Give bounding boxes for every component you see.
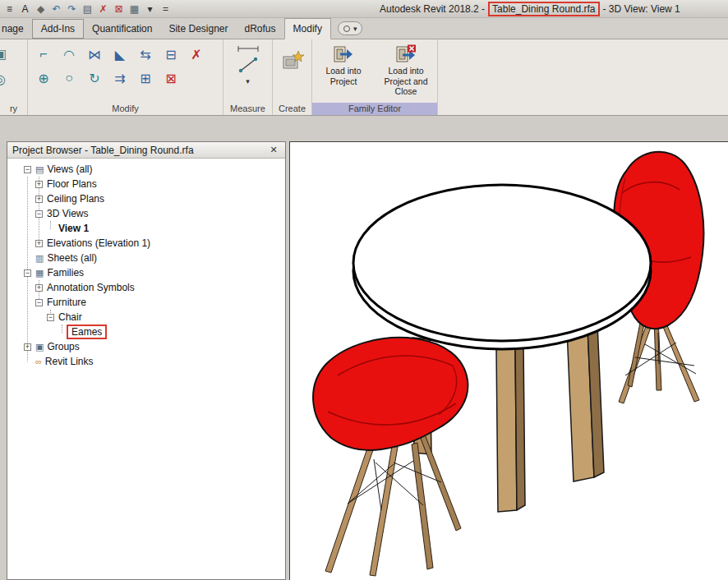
tree-item-3d-views[interactable]: −3D Views <box>7 206 285 221</box>
load-into-project-and-close-button[interactable]: Load into Project and Close <box>377 43 435 97</box>
tree-item-label: Elevations (Elevation 1) <box>47 237 150 249</box>
measure-dropdown-icon[interactable]: ▾ <box>246 77 250 85</box>
project-browser-title: Project Browser - Table_Dining Round.rfa <box>12 145 194 156</box>
title-file-name: Table_Dining Round.rfa <box>488 2 599 16</box>
rotate-icon[interactable]: ↻ <box>84 67 105 89</box>
move-icon[interactable]: ⊕ <box>33 67 54 89</box>
trim-icon[interactable]: ⇉ <box>109 67 131 89</box>
print-disabled-icon[interactable]: ⊠ <box>112 2 126 16</box>
button-label-line2: Project and Close <box>377 76 435 97</box>
tree-item-ceiling-plans[interactable]: +Ceiling Plans <box>7 191 285 206</box>
tab-add-ins[interactable]: Add-Ins <box>32 19 84 39</box>
chair-shell <box>313 338 468 450</box>
create-component-icon[interactable] <box>281 49 304 72</box>
load-into-project-icon <box>333 44 354 64</box>
create-panel-label: Create <box>273 103 311 115</box>
expander-minus-icon[interactable]: − <box>24 166 31 173</box>
project-browser-header[interactable]: Project Browser - Table_Dining Round.rfa… <box>7 142 285 159</box>
autodesk-logo-icon[interactable]: A <box>18 2 32 16</box>
scale-lock-icon[interactable]: ⊠ <box>160 67 182 89</box>
tab-modify[interactable]: Modify <box>284 18 331 39</box>
tree-item-label: Families <box>47 267 84 278</box>
swap-icon[interactable]: ⇆ <box>135 44 156 65</box>
expander-minus-icon[interactable]: − <box>47 314 54 321</box>
tree-item-label: Revit Links <box>45 356 94 367</box>
expander-plus-icon[interactable]: + <box>35 181 43 188</box>
browser-tree: −▤Views (all)+Floor Plans+Ceiling Plans−… <box>7 159 285 579</box>
pin-icon[interactable]: ⊞ <box>135 67 156 89</box>
tree-item-annotation-symbols[interactable]: +Annotation Symbols <box>7 280 285 295</box>
tree-item-furniture[interactable]: −Furniture <box>7 295 285 310</box>
tree-item-label: Groups <box>47 341 79 352</box>
tree-item-revit-links[interactable]: ∞Revit Links <box>7 354 285 369</box>
expander-plus-icon[interactable]: + <box>24 343 31 351</box>
sheet-list-icon[interactable]: ▤ <box>81 2 94 16</box>
close-icon[interactable]: ✕ <box>267 145 280 155</box>
mirror-icon[interactable]: ⋈ <box>84 44 105 65</box>
button-label-line1: Load into <box>325 66 361 76</box>
measure-panel-label: Measure <box>223 103 272 115</box>
tab-site-designer[interactable]: Site Designer <box>160 19 236 39</box>
tree-item-sheets-all[interactable]: ▥Sheets (all) <box>7 251 285 265</box>
tab-nage[interactable]: nage <box>0 19 32 39</box>
chair-front-left[interactable] <box>313 338 468 576</box>
expander-plus-icon[interactable]: + <box>35 240 43 247</box>
delete-icon[interactable]: ✗ <box>186 44 207 65</box>
families-icon: ▦ <box>35 268 44 278</box>
load-into-project-and-close-icon <box>395 44 417 64</box>
tree-item-chair[interactable]: −Chair <box>7 310 285 325</box>
table-top <box>353 185 651 341</box>
family-editor-panel: Load into Project Load into Project and … <box>312 39 438 115</box>
expander-plus-icon[interactable]: + <box>35 196 43 203</box>
redo-icon[interactable]: ↷ <box>65 2 79 16</box>
tree-item-families[interactable]: −▦Families <box>7 265 285 280</box>
qat-overflow-icon[interactable]: ▾ <box>143 2 157 16</box>
tree-item-eames[interactable]: Eames <box>7 325 285 339</box>
tree-item-groups[interactable]: +▣Groups <box>7 339 285 354</box>
cut-geometry-icon[interactable]: ◎ <box>0 71 27 87</box>
tree-item-view-1[interactable]: View 1 <box>7 221 285 236</box>
views-icon: ▤ <box>35 164 44 175</box>
tile-windows-icon[interactable]: ▦ <box>127 2 141 16</box>
tab-drofus[interactable]: dRofus <box>237 19 284 39</box>
ribbon-minimize-icon[interactable]: = <box>159 2 173 16</box>
undo-icon[interactable]: ↶ <box>49 2 63 16</box>
tree-item-elevations-elevation-1[interactable]: +Elevations (Elevation 1) <box>7 236 285 251</box>
app-menu-icon[interactable]: ≡ <box>2 2 16 16</box>
geometry-panel-partial: ▣ ◎ ry <box>0 39 28 115</box>
circle-icon <box>343 25 350 32</box>
measure-between-references-icon[interactable] <box>237 57 259 73</box>
ribbon-display-options-button[interactable]: ▾ <box>338 21 363 35</box>
modify-tools-row1: ⌐◠⋈◣⇆⊟✗ <box>33 44 221 65</box>
links-icon: ∞ <box>35 357 42 366</box>
split-icon[interactable]: ◣ <box>109 44 131 65</box>
create-panel: Create <box>273 39 312 115</box>
open-file-icon[interactable]: ◆ <box>34 2 48 16</box>
expander-minus-icon[interactable]: − <box>24 269 31 277</box>
button-label-line1: Load into <box>388 66 423 76</box>
join-geometry-icon[interactable]: ▣ <box>0 46 27 62</box>
align-icon[interactable]: ⌐ <box>33 44 54 65</box>
tab-quantification[interactable]: Quantification <box>84 19 160 39</box>
copy-icon[interactable]: ○ <box>58 67 80 89</box>
tree-item-label: 3D Views <box>47 208 88 219</box>
expander-minus-icon[interactable]: − <box>35 299 43 306</box>
tree-item-label: Ceiling Plans <box>47 193 104 205</box>
array-icon[interactable]: ⊟ <box>160 44 182 65</box>
window-title: Autodesk Revit 2018.2 - Table_Dining Rou… <box>380 0 680 18</box>
load-into-project-button[interactable]: Load into Project <box>315 43 372 97</box>
title-bar: ≡A◆↶↷▤✗⊠▦▾= Autodesk Revit 2018.2 - Tabl… <box>0 0 728 18</box>
button-label-line2: Project <box>330 76 357 87</box>
measure-horizontal-icon[interactable] <box>236 44 260 53</box>
tree-item-views-all[interactable]: −▤Views (all) <box>7 162 285 177</box>
tree-item-floor-plans[interactable]: +Floor Plans <box>7 177 285 191</box>
viewport-3d[interactable] <box>289 141 728 580</box>
tree-item-label: View 1 <box>58 223 89 234</box>
chevron-down-icon: ▾ <box>353 25 357 33</box>
family-editor-panel-label: Family Editor <box>312 103 437 115</box>
offset-icon[interactable]: ◠ <box>58 44 80 65</box>
expander-plus-icon[interactable]: + <box>35 284 43 292</box>
quick-access-toolbar: ≡A◆↶↷▤✗⊠▦▾= <box>0 2 173 16</box>
expander-minus-icon[interactable]: − <box>35 210 43 218</box>
close-hidden-windows-icon[interactable]: ✗ <box>96 2 110 16</box>
